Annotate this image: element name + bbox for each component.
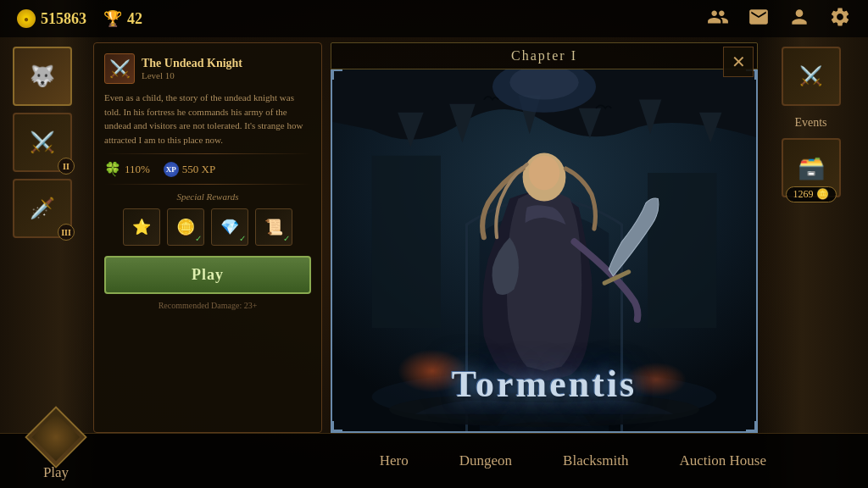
divider-1 (104, 153, 311, 154)
level-slot-1[interactable]: 🐺 (13, 47, 72, 106)
chapter-image[interactable]: Tormentis (331, 69, 758, 433)
close-button[interactable]: ✕ (723, 47, 754, 77)
reward-box-xp: ⭐ (123, 208, 160, 246)
events-icon: ⚔️ (799, 65, 822, 87)
quest-panel: ⚔️ The Undead Knight Level 10 Even as a … (93, 42, 322, 433)
level-badge-3: III (58, 224, 75, 241)
recommended-damage: Recommended Damage: 23+ (104, 301, 311, 310)
chapter-label: Chapter I (511, 48, 577, 63)
level-slot-3[interactable]: 🗡️ III (13, 179, 72, 238)
settings-icon[interactable] (829, 6, 851, 32)
chest-slot[interactable]: 🗃️ 1269 🪙 (782, 138, 841, 197)
right-sidebar: ⚔️ Events 🗃️ 1269 🪙 (762, 47, 860, 197)
level-slot-1-icon: 🐺 (30, 64, 55, 88)
nav-dungeon[interactable]: Dungeon (459, 452, 512, 469)
reward-gem-check: ✓ (239, 234, 246, 243)
quest-header: ⚔️ The Undead Knight Level 10 (104, 53, 311, 84)
quest-level: Level 10 (142, 70, 242, 80)
quest-description: Even as a child, the story of the undead… (104, 91, 311, 147)
luck-reward: 🍀 110% (104, 161, 150, 177)
level-badge-2: II (58, 158, 75, 175)
corner-ornament-bl (332, 421, 342, 431)
chest-count: 1269 🪙 (786, 186, 837, 202)
reward-xp-icon: ⭐ (132, 218, 151, 236)
currency-amount: 515863 (41, 10, 86, 28)
corner-ornament-tl (332, 69, 342, 80)
nav-items: Hero Dungeon Blacksmith Auction House (380, 452, 766, 469)
bottom-nav: Play Hero Dungeon Blacksmith Auction Hou… (0, 433, 868, 488)
profile-icon[interactable] (788, 6, 810, 32)
nav-hero[interactable]: Hero (380, 452, 409, 469)
xp-icon: XP (164, 162, 179, 177)
level-slot-2[interactable]: ⚔️ II (13, 113, 72, 172)
quest-icon: ⚔️ (109, 58, 131, 79)
reward-box-coin: 🪙 ✓ (167, 208, 204, 246)
nav-play-area: Play (34, 415, 78, 481)
reward-coin-check: ✓ (195, 234, 202, 243)
nav-blacksmith[interactable]: Blacksmith (563, 452, 628, 469)
chapter-header: Chapter I (331, 42, 758, 69)
reward-box-gem: 💎 ✓ (211, 208, 248, 246)
events-label: Events (794, 116, 826, 130)
svg-rect-11 (648, 173, 716, 328)
luck-percent: 110% (125, 163, 150, 176)
reward-box-scroll: 📜 ✓ (255, 208, 292, 246)
xp-amount: 550 XP (182, 163, 215, 176)
reward-coin-icon: 🪙 (176, 218, 195, 236)
reward-gem-icon: 💎 (220, 218, 239, 236)
xp-reward: XP 550 XP (164, 162, 215, 177)
left-sidebar: 🐺 ⚔️ II 🗡️ III (13, 47, 89, 238)
mail-icon[interactable] (748, 6, 770, 32)
main-content: ⚔️ The Undead Knight Level 10 Even as a … (93, 42, 758, 433)
game-title: Tormentis (332, 363, 756, 406)
trophy-icon: 🏆 (103, 9, 122, 28)
reward-icons-row: ⭐ 🪙 ✓ 💎 ✓ 📜 ✓ (104, 208, 311, 246)
clover-icon: 🍀 (104, 161, 121, 177)
reward-scroll-icon: 📜 (264, 218, 283, 236)
events-slot[interactable]: ⚔️ (782, 47, 841, 106)
coin-icon: ● (17, 9, 36, 28)
friends-icon[interactable] (707, 6, 729, 32)
svg-rect-10 (372, 156, 441, 328)
special-rewards-label: Special Rewards (104, 191, 311, 202)
chest-icon: 🗃️ (798, 155, 825, 181)
trophy-count: 42 (127, 10, 142, 28)
reward-scroll-check: ✓ (283, 234, 290, 243)
chapter-panel: Chapter I (331, 42, 758, 433)
play-quest-button[interactable]: Play (104, 256, 311, 294)
quest-icon-box: ⚔️ (104, 53, 135, 84)
quest-rewards-row: 🍀 110% XP 550 XP (104, 161, 311, 177)
level-slot-3-icon: 🗡️ (30, 197, 55, 220)
quest-title-area: The Undead Knight Level 10 (142, 57, 242, 80)
trophy-display: 🏆 42 (103, 9, 142, 28)
nav-auction[interactable]: Auction House (680, 452, 766, 469)
divider-2 (104, 184, 311, 185)
level-slot-2-icon: ⚔️ (30, 130, 55, 154)
top-bar: ● 515863 🏆 42 (0, 0, 868, 37)
corner-ornament-br (746, 421, 756, 431)
svg-point-15 (529, 156, 560, 191)
nav-play-diamond[interactable] (25, 406, 87, 469)
currency-display: ● 515863 (17, 9, 86, 28)
quest-title: The Undead Knight (142, 57, 242, 70)
